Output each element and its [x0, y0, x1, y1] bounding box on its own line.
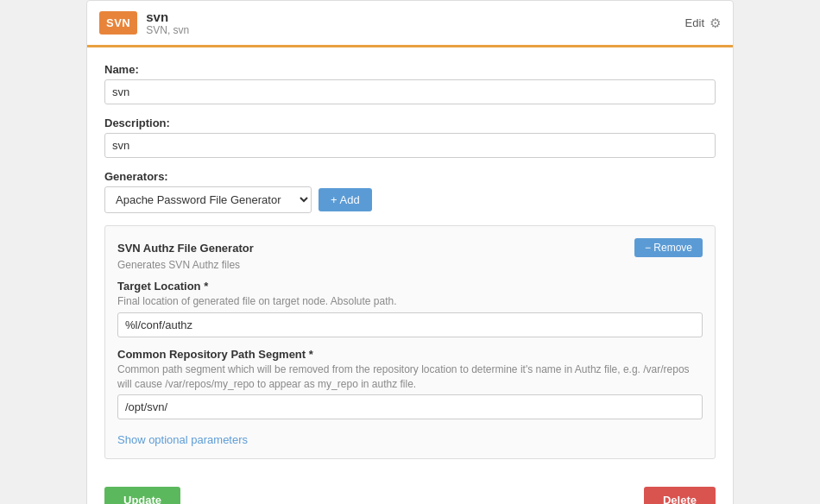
generator-card-desc: Generates SVN Authz files [117, 259, 703, 271]
generators-select[interactable]: Apache Password File Generator SVN Authz… [104, 186, 312, 213]
generator-card-title: SVN Authz File Generator [117, 242, 254, 255]
name-label: Name: [104, 63, 716, 76]
svn-logo: SVN [99, 11, 137, 35]
target-location-label: Target Location * [117, 280, 703, 293]
add-button[interactable]: + Add [319, 188, 372, 211]
name-input[interactable] [104, 79, 716, 104]
target-location-group: Target Location * Final location of gene… [117, 280, 703, 337]
common-repo-group: Common Repository Path Segment * Common … [117, 348, 703, 420]
main-panel: SVN svn SVN, svn Edit ⚙ Name: Descriptio… [86, 0, 734, 504]
generators-label: Generators: [104, 170, 716, 183]
page-title: svn [146, 9, 189, 24]
common-repo-label: Common Repository Path Segment * [117, 348, 703, 361]
description-group: Description: [104, 117, 716, 158]
show-optional-link[interactable]: Show optional parameters [117, 433, 248, 446]
edit-link[interactable]: Edit [685, 16, 704, 29]
header: SVN svn SVN, svn Edit ⚙ [87, 1, 733, 47]
header-right: Edit ⚙ [685, 16, 721, 31]
update-button[interactable]: Update [104, 487, 180, 504]
delete-button[interactable]: Delete [644, 487, 716, 504]
form-footer: Update Delete [87, 475, 733, 504]
description-input[interactable] [104, 133, 716, 158]
generator-card: SVN Authz File Generator − Remove Genera… [104, 225, 716, 459]
target-location-input[interactable] [117, 312, 703, 337]
target-location-hint: Final location of generated file on targ… [117, 294, 703, 309]
generators-row: Apache Password File Generator SVN Authz… [104, 186, 716, 213]
name-group: Name: [104, 63, 716, 104]
form-body: Name: Description: Generators: Apache Pa… [87, 47, 733, 475]
header-left: SVN svn SVN, svn [99, 9, 189, 36]
page-subtitle: SVN, svn [146, 24, 189, 36]
common-repo-hint: Common path segment which will be remove… [117, 362, 703, 392]
gear-icon[interactable]: ⚙ [710, 16, 721, 31]
generator-card-header: SVN Authz File Generator − Remove [117, 238, 703, 257]
header-title: svn SVN, svn [146, 9, 189, 36]
description-label: Description: [104, 117, 716, 129]
remove-button[interactable]: − Remove [634, 238, 703, 257]
generators-group: Generators: Apache Password File Generat… [104, 170, 716, 213]
common-repo-input[interactable] [117, 394, 703, 419]
